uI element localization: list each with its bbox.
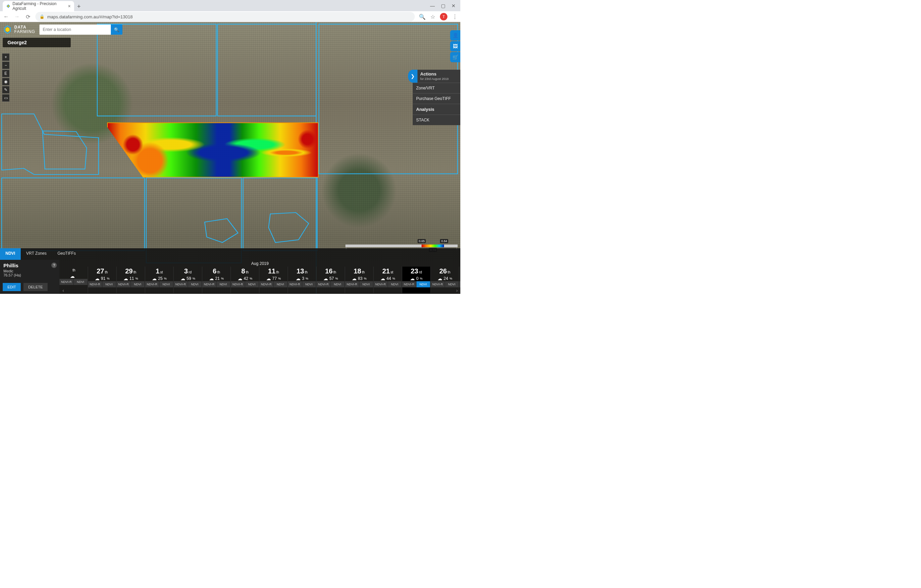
day-number: 13th xyxy=(288,267,316,275)
scale-tick-low: 0.65 xyxy=(418,239,426,243)
star-icon[interactable]: ☆ xyxy=(430,14,435,20)
collapse-actions-button[interactable]: ❯ xyxy=(408,70,418,83)
subtab-ndvi-r[interactable]: NDVI-R xyxy=(88,281,103,287)
reload-icon[interactable]: ⟳ xyxy=(24,14,31,20)
timeline-day[interactable]: 3rd☁59%NDVI-RNDVI xyxy=(174,267,202,293)
subtab-ndvi[interactable]: NDVI xyxy=(445,281,459,287)
cloud-icon: ☁ xyxy=(124,276,128,281)
subtab-ndvi[interactable]: NDVI xyxy=(159,281,174,287)
ndvi-overlay[interactable] xyxy=(107,122,319,178)
day-number: 8th xyxy=(231,267,259,275)
subtab-ndvi-r[interactable]: NDVI-R xyxy=(259,281,274,287)
user-button[interactable]: 👤 xyxy=(450,30,460,41)
subtab-ndvi-r[interactable]: NDVI-R xyxy=(431,281,445,287)
cart-icon: 🛒 xyxy=(452,54,458,60)
search-icon: 🔍 xyxy=(114,27,119,32)
browser-tab[interactable]: DataFarming - Precision Agricult × xyxy=(3,1,74,11)
search-input[interactable] xyxy=(39,24,111,35)
action-stack[interactable]: STACK xyxy=(413,115,460,125)
day-cloud-row: ☁3% xyxy=(288,276,316,281)
delete-button[interactable]: DELETE xyxy=(23,283,47,291)
day-subtabs: NDVI-RNDVI xyxy=(459,281,460,287)
timeline-prev[interactable]: ‹ xyxy=(60,288,66,293)
day-cloud-row: ☁21% xyxy=(202,276,231,281)
subtab-ndvi[interactable]: NDVI xyxy=(131,281,145,287)
extent-button[interactable]: E xyxy=(2,70,10,77)
help-button[interactable]: ? xyxy=(51,262,57,268)
subtab-ndvi[interactable]: NDVI xyxy=(417,281,431,287)
day-cloud-row: ☁77% xyxy=(259,276,288,281)
timeline-next[interactable]: › xyxy=(454,288,460,293)
zoom-in-button[interactable]: + xyxy=(2,54,10,61)
close-window-icon[interactable]: ✕ xyxy=(451,3,456,8)
minimize-icon[interactable]: — xyxy=(430,3,435,8)
timeline-day[interactable]: 13th☁3%NDVI-RNDVI xyxy=(288,267,317,293)
subtab-ndvi[interactable]: NDVI xyxy=(331,281,345,287)
timeline-day[interactable]: 18th☁83%NDVI-RNDVI xyxy=(345,267,374,293)
subtab-ndvi-r[interactable]: NDVI-R xyxy=(174,281,188,287)
forward-icon[interactable]: → xyxy=(14,14,20,20)
farm-name-label[interactable]: George2 xyxy=(3,38,71,47)
subtab-ndvi[interactable]: NDVI xyxy=(274,281,288,287)
image-button[interactable]: 🖼 xyxy=(450,41,460,51)
subtab-ndvi[interactable]: NDVI xyxy=(388,281,402,287)
select-button[interactable]: ▭ xyxy=(2,94,10,102)
timeline-day[interactable]: 8th☁42%NDVI-RNDVI xyxy=(231,267,259,293)
timeline-day[interactable]: 1st☁25%NDVI-RNDVI xyxy=(145,267,174,293)
back-icon[interactable]: ← xyxy=(3,14,10,20)
subtab-ndvi-r[interactable]: NDVI-R xyxy=(288,281,302,287)
new-tab-button[interactable]: + xyxy=(74,2,84,11)
subtab-ndvi[interactable]: NDVI xyxy=(74,279,88,285)
subtab-ndvi-r[interactable]: NDVI-R xyxy=(402,281,417,287)
day-subtabs: NDVI-RNDVI xyxy=(402,281,430,287)
brand-logo[interactable]: DATA FARMING xyxy=(3,25,37,34)
cloud-icon: ☁ xyxy=(296,276,301,281)
tab-vrt-zones[interactable]: VRT Zones xyxy=(21,248,52,260)
timeline-day[interactable]: 6th☁21%NDVI-RNDVI xyxy=(202,267,231,293)
subtab-ndvi[interactable]: NDVI xyxy=(302,281,317,287)
close-tab-icon[interactable]: × xyxy=(68,3,71,9)
timeline-day[interactable]: 21st☁44%NDVI-RNDVI xyxy=(374,267,402,293)
cloud-icon: ☁ xyxy=(181,276,185,281)
zoom-icon[interactable]: 🔍 xyxy=(419,14,426,20)
subtab-ndvi[interactable]: NDVI xyxy=(245,281,259,287)
scale-gradient[interactable] xyxy=(345,244,457,247)
subtab-ndvi[interactable]: NDVI xyxy=(216,281,231,287)
url-field[interactable]: 🔒 maps.datafarming.com.au/#/map?id=13018 xyxy=(35,12,415,21)
cloud-icon: ☁ xyxy=(438,276,442,281)
action-purchase-geotiff[interactable]: Purchase GeoTIFF xyxy=(413,93,460,104)
menu-icon[interactable]: ⋮ xyxy=(452,14,457,20)
cart-button[interactable]: 🛒 xyxy=(450,52,460,62)
subtab-ndvi-r[interactable]: NDVI-R xyxy=(317,281,331,287)
timeline-day[interactable]: 23rd☁0%NDVI-RNDVI xyxy=(402,267,431,293)
timeline-day[interactable]: 29th☁11%NDVI-RNDVI xyxy=(117,267,145,293)
tab-ndvi[interactable]: NDVI xyxy=(0,248,21,260)
cloud-icon: ☁ xyxy=(352,276,356,281)
profile-avatar[interactable]: T xyxy=(440,13,447,20)
subtab-ndvi-r[interactable]: NDVI-R xyxy=(145,281,159,287)
subtab-ndvi[interactable]: NDVI xyxy=(188,281,202,287)
tab-geotiffs[interactable]: GeoTIFFs xyxy=(52,248,81,260)
field-info: Phillis Medic 76.57 (Ha) ? EDIT DELETE xyxy=(0,260,60,294)
subtab-ndvi-r[interactable]: NDVI-R xyxy=(60,279,74,285)
subtab-ndvi-r[interactable]: NDVI-R xyxy=(202,281,216,287)
locate-button[interactable]: ◉ xyxy=(2,78,10,85)
search-button[interactable]: 🔍 xyxy=(111,24,122,35)
subtab-ndvi-r[interactable]: NDVI-R xyxy=(345,281,360,287)
timeline-day[interactable]: 16th☁57%NDVI-RNDVI xyxy=(317,267,345,293)
day-cloud-row: ☁82% xyxy=(459,276,460,281)
edit-button[interactable]: EDIT xyxy=(3,283,21,291)
timeline-day[interactable]: 11th☁77%NDVI-RNDVI xyxy=(259,267,288,293)
subtab-ndvi-r[interactable]: NDVI-R xyxy=(459,281,460,287)
subtab-ndvi-r[interactable]: NDVI-R xyxy=(117,281,131,287)
draw-button[interactable]: ✎ xyxy=(2,86,10,93)
action-zone-vrt[interactable]: Zone/VRT xyxy=(413,83,460,93)
maximize-icon[interactable]: ▢ xyxy=(441,3,445,8)
zoom-out-button[interactable]: − xyxy=(2,62,10,69)
subtab-ndvi-r[interactable]: NDVI-R xyxy=(374,281,388,287)
field-crop: Medic xyxy=(3,269,56,273)
subtab-ndvi[interactable]: NDVI xyxy=(103,281,117,287)
timeline-day[interactable]: 27th☁91%NDVI-RNDVI xyxy=(88,267,117,293)
subtab-ndvi[interactable]: NDVI xyxy=(360,281,374,287)
subtab-ndvi-r[interactable]: NDVI-R xyxy=(231,281,245,287)
